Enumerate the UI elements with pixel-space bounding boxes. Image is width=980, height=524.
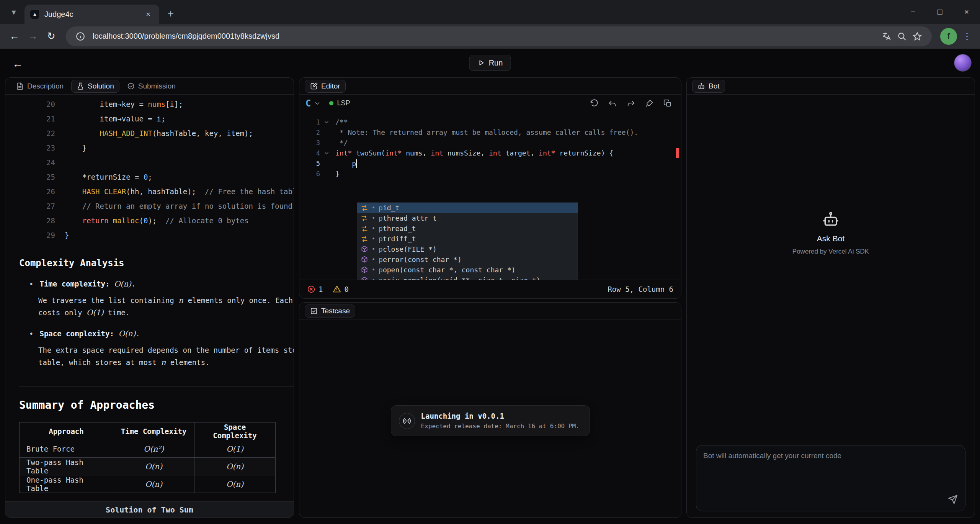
editor-status-bar: 1 0 Row 5, Column 6 — [299, 280, 681, 298]
suggestion-item[interactable]: •pclose(FILE *) — [357, 244, 578, 254]
undo-button[interactable] — [605, 96, 620, 111]
bot-chip-label: Bot — [709, 82, 720, 90]
editor-toolbar: C LSP — [299, 95, 681, 112]
code-editor[interactable]: 1/** 2 * Note: The returned array must b… — [299, 112, 681, 280]
redo-button[interactable] — [624, 96, 638, 111]
divider — [19, 386, 294, 386]
testcase-panel: Testcase Launching in v0.0.1 Expected re… — [299, 302, 681, 518]
bot-chip: Bot — [692, 80, 725, 93]
address-bar[interactable]: localhost:3000/problems/cm8pjqdem0001ty8… — [66, 26, 932, 46]
maximize-button[interactable]: □ — [926, 0, 953, 24]
suggestion-item[interactable]: •pthread_attr_t — [357, 213, 578, 223]
suggestion-item[interactable]: •pthread_t — [357, 223, 578, 234]
time-complexity-text: costs only O(1) time. — [38, 307, 294, 318]
bullet-icon: • — [29, 280, 33, 288]
chevron-down-icon: ▾ — [11, 7, 16, 17]
tab-submission[interactable]: Submission — [122, 80, 181, 93]
app-page: ← Run Description Soluti — [0, 49, 980, 524]
window-close-button[interactable]: × — [953, 0, 980, 24]
typedef-icon — [361, 215, 368, 222]
forward-button[interactable]: → — [24, 27, 42, 46]
toast-subtitle: Expected release date: March 16 at 6:00 … — [421, 422, 580, 430]
page-info-icon[interactable] — [73, 29, 88, 44]
problem-tabs: Description Solution Submission — [5, 78, 294, 95]
tab-description-label: Description — [27, 82, 64, 90]
tab-submission-label: Submission — [138, 82, 176, 90]
tab-solution[interactable]: Solution — [71, 80, 119, 93]
bot-powered-by: Powered by Vercel Ai SDK — [792, 248, 869, 255]
space-complexity-item: •Space complexity: O(n). — [29, 329, 294, 338]
code-line: 29} — [5, 228, 294, 242]
fold-chevron-icon[interactable] — [320, 150, 333, 156]
col-approach: Approach — [20, 422, 113, 440]
tab-title: Judge4c — [44, 10, 142, 19]
circle-check-icon — [127, 82, 135, 90]
tab-close-icon[interactable]: × — [142, 8, 154, 20]
editor-line: 3 */ — [299, 138, 681, 148]
suggestion-item[interactable]: •posix_memalign(void **, size_t, size_t) — [357, 275, 578, 280]
solution-footer: Solution of Two Sum — [5, 501, 294, 517]
reset-code-button[interactable] — [587, 96, 601, 111]
error-count: 1 — [307, 285, 323, 293]
new-tab-button[interactable]: + — [162, 5, 179, 22]
lsp-label: LSP — [337, 99, 350, 107]
suggestion-item[interactable]: •pid_t — [357, 203, 578, 213]
reload-button[interactable]: ↻ — [42, 27, 60, 46]
space-complexity-text: table, which stores at most n elements. — [38, 357, 294, 368]
editor-line-active: 5 p — [299, 158, 681, 169]
search-lens-icon[interactable] — [894, 29, 910, 44]
time-complexity-item: •Time complexity: O(n). — [29, 279, 294, 288]
language-select[interactable]: C — [305, 98, 311, 109]
copy-code-button[interactable] — [660, 96, 675, 111]
bot-large-icon — [822, 211, 839, 228]
file-text-icon — [16, 82, 24, 90]
editor-line: 6} — [299, 169, 681, 179]
autocomplete-popup: •pid_t •pthread_attr_t •pthread_t •ptrdi… — [357, 202, 578, 280]
tab-description[interactable]: Description — [11, 80, 69, 93]
bullet-icon: • — [29, 329, 33, 338]
chevron-down-icon[interactable] — [314, 100, 321, 107]
window-controls: − □ × — [900, 0, 980, 24]
code-line: 25 *returnSize = 0; — [5, 170, 294, 184]
summary-heading: Summary of Approaches — [19, 399, 294, 411]
suggestion-item[interactable]: •perror(const char *) — [357, 254, 578, 265]
format-code-button[interactable] — [642, 96, 657, 111]
browser-tab[interactable]: ▲ Judge4c × — [24, 5, 159, 24]
user-avatar[interactable] — [954, 54, 972, 72]
code-line: 20 item→key = nums[i]; — [5, 97, 294, 111]
bookmark-star-icon[interactable] — [910, 29, 925, 44]
browser-profile-avatar[interactable]: f — [940, 28, 957, 45]
square-pen-icon — [310, 82, 318, 90]
function-icon — [361, 266, 368, 274]
back-button[interactable]: ← — [5, 27, 24, 46]
broadcast-icon — [399, 413, 415, 429]
center-column: Editor C LSP — [299, 77, 681, 518]
lsp-status: LSP — [329, 99, 350, 107]
bot-empty-title: Ask Bot — [817, 234, 844, 243]
fold-chevron-icon[interactable] — [320, 119, 333, 125]
run-label: Run — [489, 59, 503, 67]
minimize-button[interactable]: − — [900, 0, 926, 24]
site-favicon: ▲ — [30, 9, 40, 19]
run-button[interactable]: Run — [469, 55, 511, 71]
typedef-icon — [361, 204, 368, 212]
function-icon — [361, 277, 368, 280]
send-icon[interactable] — [946, 493, 960, 506]
bot-message-input[interactable] — [696, 445, 965, 491]
tab-search-button[interactable]: ▾ — [5, 3, 22, 21]
testcase-chip: Testcase — [305, 305, 355, 318]
function-icon — [361, 246, 368, 253]
warning-triangle-icon — [333, 285, 341, 293]
url-text[interactable]: localhost:3000/problems/cm8pjqdem0001ty8… — [93, 32, 879, 41]
solution-article[interactable]: 20 item→key = nums[i]; 21 item→value = i… — [5, 95, 294, 501]
code-line: 28 return malloc(0); // Allocate 0 bytes — [5, 213, 294, 228]
browser-menu-icon[interactable]: ⋮ — [959, 29, 975, 44]
suggestion-item[interactable]: •ptrdiff_t — [357, 234, 578, 244]
col-time: Time Complexity — [113, 422, 194, 440]
app-back-button[interactable]: ← — [9, 56, 26, 72]
bot-input-box — [696, 445, 965, 511]
flask-icon — [77, 82, 84, 90]
bot-header: Bot — [687, 78, 975, 95]
translate-icon[interactable] — [879, 29, 894, 44]
suggestion-item[interactable]: •popen(const char *, const char *) — [357, 265, 578, 275]
